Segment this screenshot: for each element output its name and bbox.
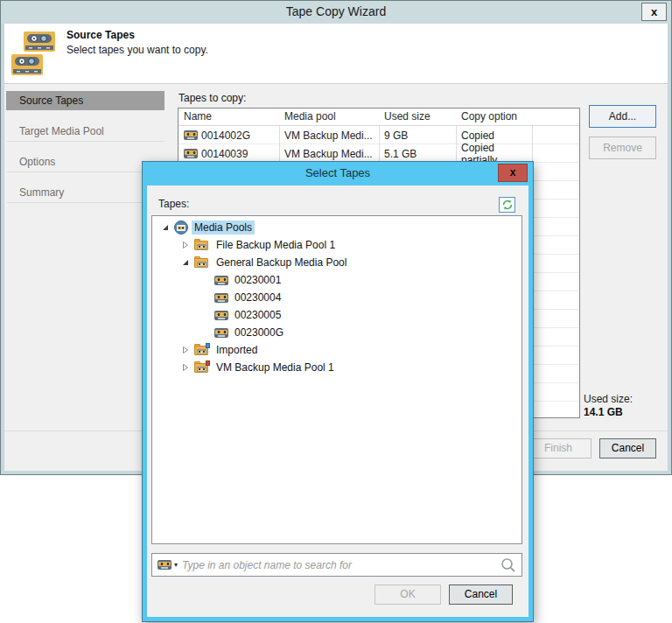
tapes-label: Tapes: (158, 198, 189, 210)
tree-item-file-backup-media-pool[interactable]: File Backup Media Pool 1 (152, 236, 522, 254)
column-header-name[interactable]: Name (178, 108, 279, 125)
used-size-label: Used size: (584, 393, 633, 405)
banner-step-subtitle: Select tapes you want to copy. (66, 44, 208, 56)
tape-icon (184, 130, 198, 140)
wizard-cancel-button[interactable]: Cancel (599, 438, 656, 458)
column-header-copy-option[interactable]: Copy option (456, 108, 532, 125)
tape-icon (214, 311, 228, 320)
banner-step-title: Source Tapes (66, 29, 135, 41)
column-header-media-pool[interactable]: Media pool (279, 108, 379, 125)
tree-item-tape[interactable]: 00230001 (152, 271, 522, 289)
refresh-button[interactable] (499, 197, 515, 213)
cell-media-pool: VM Backup Medi... (279, 148, 379, 160)
tree-item-tape[interactable]: 00230004 (152, 289, 522, 306)
tape-icon (214, 276, 228, 285)
tape-icon (214, 293, 228, 303)
tree-item-media-pools[interactable]: Media Pools (152, 219, 522, 236)
tree-item-label: File Backup Media Pool 1 (214, 238, 338, 252)
cell-copy-option: Copied (456, 130, 532, 142)
cell-name: 0014002G (201, 130, 250, 142)
select-tapes-dialog: Select Tapes x Tapes: Media Pools (142, 161, 534, 622)
tree-item-label: 00230005 (232, 308, 284, 322)
tape-icon (214, 328, 228, 338)
dialog-title: Select Tapes (143, 166, 533, 179)
screen: Tape Copy Wizard x Source Tapes Select t… (0, 0, 672, 623)
tree-item-label: VM Backup Media Pool 1 (214, 360, 337, 374)
tapes-to-copy-label: Tapes to copy: (178, 92, 246, 104)
used-size-value: 14.1 GB (584, 406, 623, 418)
refresh-icon (502, 200, 513, 210)
tree-item-general-backup-media-pool[interactable]: General Backup Media Pool (152, 254, 522, 271)
dialog-cancel-button[interactable]: Cancel (449, 584, 513, 605)
dialog-close-button[interactable]: x (498, 164, 528, 182)
search-scope-tape-icon[interactable] (158, 560, 172, 570)
tree-item-tape[interactable]: 0023000G (152, 324, 522, 341)
tree-item-label: Media Pools (192, 220, 255, 234)
collapsed-expander-icon[interactable] (179, 364, 191, 371)
search-icon[interactable] (500, 557, 516, 573)
tree-item-vm-backup-media-pool[interactable]: VM Backup Media Pool 1 (152, 359, 522, 376)
sidebar-divider (7, 172, 164, 172)
add-button[interactable]: Add... (589, 105, 656, 128)
cell-used-size: 5.1 GB (379, 148, 456, 160)
tree-item-tape[interactable]: 00230005 (152, 306, 522, 324)
sidebar-divider (7, 141, 164, 142)
media-pool-folder-icon (194, 256, 210, 269)
expanded-expander-icon[interactable] (159, 224, 171, 231)
cell-media-pool: VM Backup Medi... (279, 130, 379, 142)
sidebar-divider (7, 202, 164, 203)
ok-button[interactable]: OK (374, 584, 441, 605)
search-bar: ▾ (151, 553, 522, 577)
tree-item-label: 00230001 (232, 273, 284, 287)
table-row[interactable]: 00140039 VM Backup Medi... 5.1 GB Copied… (178, 144, 579, 163)
search-input[interactable] (180, 558, 498, 572)
sidebar-item-summary[interactable]: Summary (19, 186, 159, 200)
imported-media-pool-folder-icon (194, 344, 210, 356)
cell-name: 00140039 (201, 148, 248, 160)
expanded-expander-icon[interactable] (179, 259, 191, 266)
vm-media-pool-folder-icon (194, 361, 210, 374)
sidebar-item-source-tapes[interactable]: Source Tapes (6, 91, 164, 110)
collapsed-expander-icon[interactable] (179, 346, 191, 354)
remove-button[interactable]: Remove (589, 136, 656, 159)
tree-item-imported[interactable]: Imported (152, 341, 522, 359)
tape-icon (184, 149, 198, 158)
media-pool-folder-icon (194, 239, 210, 251)
finish-button[interactable]: Finish (525, 438, 592, 458)
cell-used-size: 9 GB (379, 130, 456, 142)
wizard-close-button[interactable]: x (641, 3, 667, 21)
sidebar-item-target-media-pool[interactable]: Target Media Pool (19, 125, 159, 138)
tree-item-label: General Backup Media Pool (214, 256, 349, 270)
tree-item-label: 00230004 (232, 290, 284, 304)
chevron-down-icon[interactable]: ▾ (174, 562, 178, 569)
tape-cassette-icon (24, 32, 55, 52)
tapes-tree: Media Pools File Backup Media Pool 1 Gen… (151, 215, 522, 544)
tree-item-label: Imported (214, 343, 260, 357)
column-header-used-size[interactable]: Used size (379, 108, 456, 125)
tree-item-label: 0023000G (232, 326, 286, 340)
tape-cassette-icon (11, 54, 43, 75)
collapsed-expander-icon[interactable] (179, 242, 191, 248)
media-pools-root-icon (174, 220, 188, 234)
sidebar-item-options[interactable]: Options (19, 156, 159, 169)
wizard-title: Tape Copy Wizard (0, 4, 672, 18)
table-header: Name Media pool Used size Copy option (178, 108, 579, 126)
dialog-body: Tapes: Media Pools (147, 186, 528, 617)
